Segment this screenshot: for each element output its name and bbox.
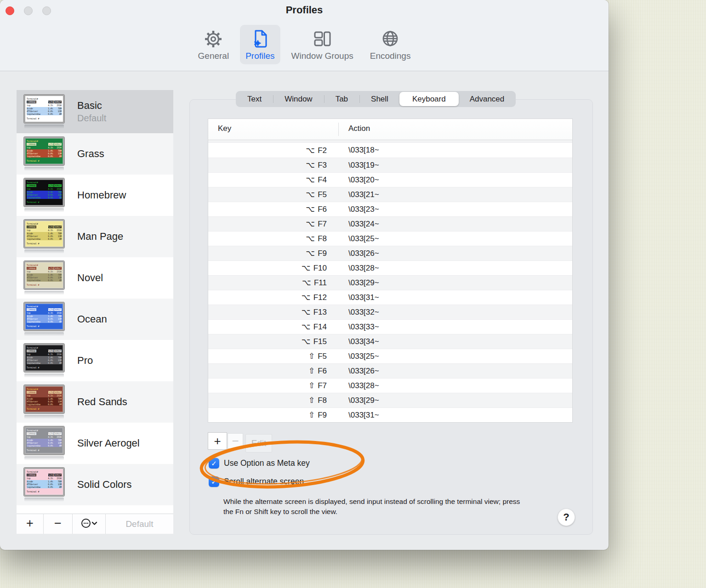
remove-profile-button[interactable]: − bbox=[44, 514, 73, 534]
mini-terminal-preview: Terminal#COMMAND%CPURPRVTtop4.1%231KXcod… bbox=[24, 426, 64, 455]
terminal-column-chip: %CPU bbox=[48, 267, 54, 270]
terminal-column-chip: COMMAND bbox=[27, 101, 36, 103]
profile-item-man-page[interactable]: Terminal#COMMAND%CPURPRVTtop4.1%231KXcod… bbox=[17, 216, 173, 257]
key-cell: ⌥F7 bbox=[208, 219, 327, 229]
key-name: F14 bbox=[313, 322, 327, 331]
key-cell: ⇧F6 bbox=[208, 366, 327, 376]
tab-advanced[interactable]: Advanced bbox=[458, 91, 516, 107]
thumbnail-reflection bbox=[24, 456, 64, 460]
terminal-header-line: COMMAND%CPURPRVT bbox=[27, 308, 62, 311]
thumbnail-reflection bbox=[24, 167, 64, 171]
profile-thumbnail: Terminal#COMMAND%CPURPRVTtop4.1%231KXcod… bbox=[24, 220, 75, 254]
key-binding-row[interactable]: ⌥F2\033[18~ bbox=[208, 143, 572, 158]
add-binding-button[interactable]: + bbox=[208, 432, 227, 450]
terminal-header-line: COMMAND%CPURPRVT bbox=[27, 391, 62, 394]
key-binding-row[interactable]: ⌥F14\033[33~ bbox=[208, 319, 572, 334]
profile-labels: BasicDefault bbox=[75, 100, 106, 124]
action-cell: \033[21~ bbox=[327, 190, 379, 199]
key-binding-row[interactable]: ⇧F7\033[28~ bbox=[208, 378, 572, 393]
key-binding-row[interactable]: ⇧F9\033[31~ bbox=[208, 407, 572, 422]
key-binding-row[interactable]: ⌥F5\033[21~ bbox=[208, 187, 572, 202]
key-name: F10 bbox=[313, 264, 327, 272]
profile-item-silver-aerogel[interactable]: Terminal#COMMAND%CPURPRVTtop4.1%231KXcod… bbox=[17, 423, 173, 464]
tab-text[interactable]: Text bbox=[236, 91, 273, 107]
option-key-icon: ⌥ bbox=[306, 249, 315, 258]
key-binding-row[interactable]: ⇧F8\033[29~ bbox=[208, 393, 572, 407]
scroll-alternate-screen-checkbox[interactable] bbox=[209, 476, 219, 487]
profile-labels: Homebrew bbox=[75, 189, 126, 201]
action-cell: \033[26~ bbox=[327, 249, 379, 258]
column-divider bbox=[338, 123, 339, 136]
terminal-column-chip: %CPU bbox=[48, 474, 54, 476]
toolbar-item-general[interactable]: General bbox=[193, 25, 235, 64]
profile-item-solid-colors[interactable]: Terminal#COMMAND%CPURPRVTtop4.1%231KXcod… bbox=[17, 464, 173, 505]
key-name: F15 bbox=[313, 337, 327, 346]
key-cell: ⌥F13 bbox=[208, 307, 327, 317]
profiles-sidebar: Terminal#COMMAND%CPURPRVTtop4.1%231KXcod… bbox=[17, 90, 173, 534]
add-profile-button[interactable]: + bbox=[17, 514, 44, 534]
help-button[interactable]: ? bbox=[558, 509, 575, 526]
terminal-prompt-line: Terminal # bbox=[27, 159, 62, 162]
terminal-column-chip: RPRVT bbox=[54, 267, 62, 270]
profile-labels: Silver Aerogel bbox=[75, 437, 140, 449]
minus-icon: − bbox=[54, 517, 62, 531]
profile-item-pro[interactable]: Terminal#COMMAND%CPURPRVTtop4.1%231KXcod… bbox=[17, 340, 173, 381]
key-binding-row[interactable]: ⌥F12\033[31~ bbox=[208, 290, 572, 305]
toolbar-item-encodings[interactable]: Encodings bbox=[364, 25, 416, 64]
key-binding-row[interactable]: ⌥F3\033[19~ bbox=[208, 158, 572, 172]
terminal-header-line: COMMAND%CPURPRVT bbox=[27, 432, 62, 435]
plus-icon: + bbox=[214, 434, 221, 448]
toolbar-item-window-groups[interactable]: Window Groups bbox=[286, 25, 359, 64]
profile-item-red-sands[interactable]: Terminal#COMMAND%CPURPRVTtop4.1%231KXcod… bbox=[17, 381, 173, 423]
key-binding-row[interactable]: ⌥F8\033[25~ bbox=[208, 231, 572, 246]
terminal-process-row: loginwindow0.0%4M bbox=[27, 362, 62, 364]
key-binding-row[interactable]: ⇧F5\033[25~ bbox=[208, 349, 572, 363]
key-binding-row[interactable]: ⌥F9\033[26~ bbox=[208, 246, 572, 260]
action-cell: \033[25~ bbox=[327, 352, 379, 361]
tab-window[interactable]: Window bbox=[273, 91, 324, 107]
profile-item-basic[interactable]: Terminal#COMMAND%CPURPRVTtop4.1%231KXcod… bbox=[17, 90, 173, 133]
profile-item-grass[interactable]: Terminal#COMMAND%CPURPRVTtop4.1%231KXcod… bbox=[17, 133, 173, 175]
terminal-prompt-line: Terminal # bbox=[27, 407, 62, 410]
terminal-column-chip: RPRVT bbox=[54, 432, 62, 435]
thumbnail-reflection bbox=[24, 208, 64, 212]
tab-shell[interactable]: Shell bbox=[359, 91, 400, 107]
terminal-column-chip: RPRVT bbox=[54, 184, 62, 187]
key-cell: ⌥F15 bbox=[208, 337, 327, 346]
profile-item-novel[interactable]: Terminal#COMMAND%CPURPRVTtop4.1%231KXcod… bbox=[17, 257, 173, 299]
option-key-icon: ⌥ bbox=[306, 190, 315, 199]
tab-keyboard[interactable]: Keyboard bbox=[399, 92, 459, 106]
key-binding-row[interactable]: ⌥F15\033[34~ bbox=[208, 334, 572, 349]
key-binding-row[interactable]: ⌥F7\033[24~ bbox=[208, 216, 572, 231]
tab-tab[interactable]: Tab bbox=[324, 91, 359, 107]
key-name: F5 bbox=[318, 190, 327, 199]
profile-thumbnail: Terminal#COMMAND%CPURPRVTtop4.1%231KXcod… bbox=[24, 137, 75, 171]
profile-item-ocean[interactable]: Terminal#COMMAND%CPURPRVTtop4.1%231KXcod… bbox=[17, 299, 173, 340]
terminal-column-chip: %CPU bbox=[48, 350, 54, 352]
use-option-as-meta-checkbox[interactable] bbox=[209, 458, 219, 469]
preferences-window: Profiles bbox=[0, 0, 609, 550]
key-name: F13 bbox=[313, 308, 327, 317]
profile-name: Solid Colors bbox=[77, 479, 132, 491]
key-binding-row[interactable]: ⌥F6\033[23~ bbox=[208, 202, 572, 216]
key-cell: ⌥F10 bbox=[208, 263, 327, 273]
profile-thumbnail: Terminal#COMMAND%CPURPRVTtop4.1%231KXcod… bbox=[24, 261, 75, 295]
terminal-column-chip: %CPU bbox=[48, 184, 54, 187]
thumbnail-reflection bbox=[24, 498, 64, 502]
key-binding-row[interactable]: ⌥F11\033[29~ bbox=[208, 275, 572, 290]
profile-actions-menu-button[interactable] bbox=[73, 514, 106, 534]
key-binding-row[interactable]: ⌥F4\033[20~ bbox=[208, 172, 572, 187]
key-cell: ⌥F2 bbox=[208, 146, 327, 155]
toolbar-item-profiles[interactable]: Profiles bbox=[240, 25, 280, 64]
key-binding-row[interactable]: ⌥F13\033[32~ bbox=[208, 305, 572, 319]
key-name: F3 bbox=[318, 161, 327, 170]
key-binding-row[interactable]: ⇧F6\033[26~ bbox=[208, 363, 572, 378]
set-default-button: Default bbox=[106, 514, 173, 534]
profile-item-homebrew[interactable]: Terminal#COMMAND%CPURPRVTtop4.1%231KXcod… bbox=[17, 175, 173, 216]
terminal-title-line: Terminal# bbox=[27, 429, 62, 432]
window-groups-icon bbox=[312, 28, 333, 50]
action-cell: \033[29~ bbox=[327, 396, 379, 405]
key-binding-row[interactable]: ⌥F10\033[28~ bbox=[208, 260, 572, 275]
key-table-body: ⌥F2\033[18~⌥F3\033[19~⌥F4\033[20~⌥F5\033… bbox=[208, 143, 572, 422]
terminal-process-row: loginwindow0.0%4M bbox=[27, 444, 62, 447]
